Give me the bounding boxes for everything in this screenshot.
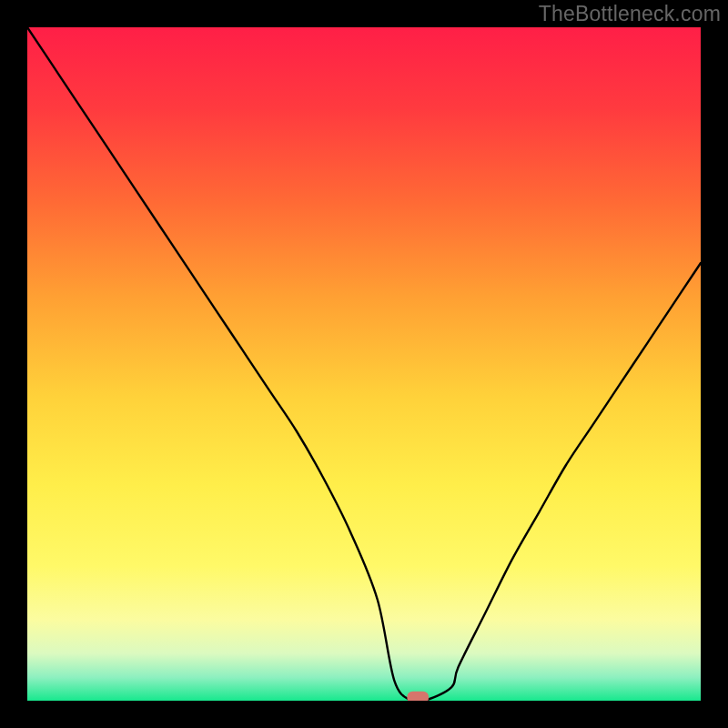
chart-background <box>27 27 701 701</box>
chart-svg <box>27 27 701 701</box>
chart-frame: TheBottleneck.com <box>0 0 728 728</box>
plot-area <box>27 27 701 701</box>
optimal-marker <box>407 692 429 701</box>
watermark-text: TheBottleneck.com <box>539 2 721 26</box>
